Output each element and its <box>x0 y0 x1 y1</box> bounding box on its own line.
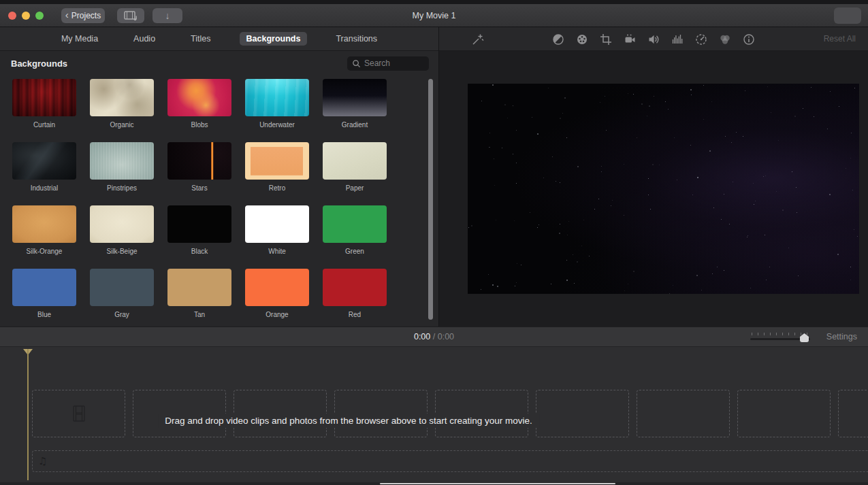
star-dot <box>854 229 854 230</box>
background-thumbnail-paper[interactable] <box>323 142 387 180</box>
background-thumbnail-gradient[interactable] <box>323 79 387 116</box>
noise-reduction-icon[interactable] <box>669 31 686 48</box>
tab-titles[interactable]: Titles <box>184 32 217 46</box>
star-dot <box>743 136 743 137</box>
background-thumbnail-retro[interactable] <box>245 142 309 180</box>
clip-placeholder[interactable] <box>637 390 730 437</box>
star-dot <box>471 225 472 227</box>
star-dot <box>559 233 560 234</box>
search-input[interactable] <box>364 58 422 68</box>
search-icon <box>352 59 361 68</box>
stabilization-icon[interactable] <box>622 31 638 48</box>
import-media-button[interactable]: ↓ <box>152 8 182 23</box>
reset-all-button[interactable]: Reset All <box>824 34 856 44</box>
background-thumbnail-gray[interactable] <box>90 269 154 306</box>
close-button[interactable] <box>8 12 16 20</box>
background-thumbnail-curtain[interactable] <box>12 79 76 116</box>
star-dot <box>624 215 624 216</box>
timeline-zoom-slider[interactable] <box>750 333 810 342</box>
background-label: Blobs <box>167 121 231 129</box>
speed-icon[interactable] <box>693 31 709 48</box>
star-dot <box>650 209 651 210</box>
star-dot <box>633 94 634 95</box>
star-dot <box>583 220 584 220</box>
background-label: Tan <box>167 311 231 319</box>
star-dot <box>507 118 508 118</box>
backgrounds-grid: CurtainOrganicBlobsUnderwaterGradientInd… <box>0 76 438 319</box>
star-dot <box>769 267 770 267</box>
background-item-curtain: Curtain <box>12 79 76 129</box>
star-dot <box>731 142 732 143</box>
background-thumbnail-tan[interactable] <box>167 269 231 306</box>
filmstrip-icon <box>73 405 85 422</box>
background-item-pinstripes: Pinstripes <box>90 142 154 193</box>
tab-my-media[interactable]: My Media <box>54 32 105 46</box>
star-dot <box>767 86 768 87</box>
background-thumbnail-red[interactable] <box>323 269 387 306</box>
background-item-tan: Tan <box>167 269 231 319</box>
background-thumbnail-blue[interactable] <box>12 269 76 306</box>
background-thumbnail-underwater[interactable] <box>245 79 309 116</box>
video-preview[interactable] <box>468 84 859 294</box>
star-dot <box>502 148 502 148</box>
minimize-button[interactable] <box>22 12 30 20</box>
star-dot <box>628 284 628 284</box>
star-dot <box>516 130 517 131</box>
browser-scrollbar[interactable] <box>428 79 433 320</box>
background-thumbnail-orange[interactable] <box>245 269 309 306</box>
filters-icon[interactable] <box>717 31 733 48</box>
enhance-wand-icon[interactable] <box>470 31 486 48</box>
star-dot <box>755 201 756 201</box>
star-dot <box>796 187 797 188</box>
background-thumbnail-organic[interactable] <box>90 79 154 116</box>
star-dot <box>690 89 692 90</box>
clip-placeholder[interactable] <box>737 390 831 437</box>
clip-placeholder[interactable] <box>536 390 629 437</box>
star-dot <box>598 199 599 199</box>
background-label: Orange <box>245 311 309 319</box>
settings-button[interactable]: Settings <box>826 332 857 341</box>
background-thumbnail-green[interactable] <box>323 205 387 243</box>
background-thumbnail-pinstripes[interactable] <box>90 142 154 180</box>
volume-icon[interactable] <box>645 31 662 48</box>
star-dot <box>566 280 568 281</box>
filmstrip-note-icon <box>123 10 138 22</box>
browser-tabs: My MediaAudioTitlesBackgroundsTransition… <box>0 27 438 51</box>
background-thumbnail-white[interactable] <box>245 205 309 243</box>
color-correction-icon[interactable] <box>574 31 590 48</box>
clip-placeholder[interactable] <box>32 390 125 437</box>
background-thumbnail-silk-orange[interactable] <box>12 205 76 243</box>
background-thumbnail-black[interactable] <box>167 205 231 243</box>
star-dot <box>814 116 814 117</box>
info-icon[interactable] <box>741 31 757 48</box>
background-thumbnail-industrial[interactable] <box>12 142 76 180</box>
share-button[interactable] <box>834 7 861 24</box>
imovie-window: ‹ Projects ↓ My Movie 1 My MediaAudioTit <box>0 0 868 485</box>
clip-placeholder[interactable] <box>838 390 868 437</box>
background-item-green: Green <box>323 205 387 256</box>
star-dot <box>754 204 754 205</box>
crop-icon[interactable] <box>598 31 614 48</box>
background-item-stars: Stars <box>167 142 231 193</box>
background-label: White <box>245 248 309 256</box>
background-thumbnail-blobs[interactable] <box>167 79 231 116</box>
tab-transitions[interactable]: Transitions <box>329 32 384 46</box>
color-balance-icon[interactable] <box>550 31 566 48</box>
search-field[interactable] <box>347 56 429 71</box>
background-thumbnail-stars[interactable] <box>167 142 231 180</box>
background-thumbnail-silk-beige[interactable] <box>90 205 154 243</box>
playhead[interactable] <box>27 349 29 480</box>
main-area: My MediaAudioTitlesBackgroundsTransition… <box>0 27 868 327</box>
tab-backgrounds[interactable]: Backgrounds <box>240 32 308 46</box>
media-browser-button[interactable] <box>117 8 144 23</box>
projects-back-button[interactable]: ‹ Projects <box>61 8 105 23</box>
zoom-button[interactable] <box>35 12 44 20</box>
star-dot <box>724 270 724 271</box>
tab-audio[interactable]: Audio <box>127 32 162 46</box>
star-dot <box>711 101 712 102</box>
music-track[interactable]: ♫ <box>32 450 868 472</box>
timeline-horizontal-scrollbar[interactable] <box>380 483 615 484</box>
star-dot <box>709 150 711 152</box>
star-dot <box>492 84 494 86</box>
background-label: Gradient <box>323 121 387 129</box>
